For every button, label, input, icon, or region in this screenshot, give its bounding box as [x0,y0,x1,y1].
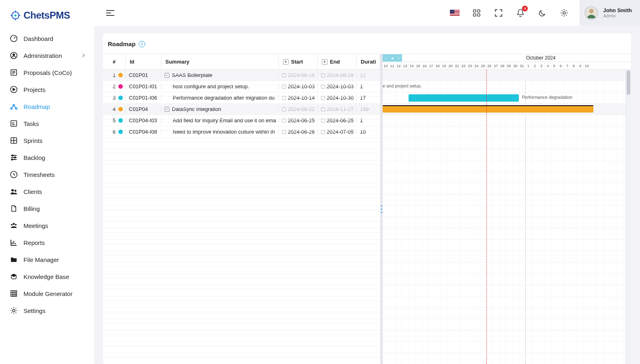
roadmap-card: Roadmap i # Id Summary + Start [103,33,631,364]
sidebar-item-tasks[interactable]: Tasks [3,115,91,132]
gantt-day[interactable]: 2 [532,62,538,70]
sidebar-item-roadmap[interactable]: Roadmap [3,98,91,115]
collapse-icon[interactable]: − [165,73,169,78]
gantt-day[interactable]: 22 [460,62,467,70]
notifications-icon[interactable]: 0 [514,6,527,19]
menu-toggle-icon[interactable] [104,6,117,19]
th-end[interactable]: + End [318,54,357,69]
gantt-bar[interactable] [383,105,593,113]
sidebar-item-label: Administration [24,52,62,59]
table-row[interactable]: 6C01P04-I08Need to improve innovation cu… [103,126,380,138]
th-summary[interactable]: Summary [161,54,279,69]
user-menu[interactable]: John Smith Admin [580,0,640,26]
table-row[interactable]: 3C01P01-I06Performance degradation after… [103,92,380,104]
gantt-row [383,240,631,251]
sidebar-item-clients[interactable]: Clients [3,183,91,200]
gantt-day[interactable]: 1 [525,62,532,70]
gantt-day[interactable]: 31 [519,62,525,70]
table-row[interactable]: 1C01P01−SAAS Boilerplate2024-06-182024-0… [103,70,380,81]
th-id[interactable]: Id [126,54,161,69]
gantt-row [383,206,631,217]
gantt-next-icon[interactable]: › [396,54,402,62]
svg-point-8 [13,104,15,106]
th-duration[interactable]: Durati [357,54,380,69]
fullscreen-icon[interactable] [492,6,505,19]
gantt-day[interactable]: 19 [441,62,447,70]
gantt-day[interactable]: 29 [506,62,512,70]
gantt-row [383,296,631,308]
gantt-day[interactable]: 21 [454,62,460,70]
sidebar-item-dashboard[interactable]: Dashboard [3,30,91,47]
gantt-day[interactable]: 8 [571,62,577,70]
gantt-day[interactable]: 18 [435,62,441,70]
sidebar-item-sprints[interactable]: Sprints [3,132,91,149]
gantt-day[interactable]: 27 [493,62,499,70]
chevron-right-icon [82,53,85,58]
gantt-day[interactable]: 12 [396,62,402,70]
gantt-day[interactable]: 17 [428,62,435,70]
gantt-day[interactable]: 23 [467,62,473,70]
gantt-day[interactable]: 24 [473,62,480,70]
calendar-icon [282,85,286,89]
sidebar-item-proposals-coco-[interactable]: Proposals (CoCo) [3,64,91,81]
gantt-today-icon[interactable]: ● [389,54,396,62]
gantt-day[interactable]: 13 [402,62,409,70]
calendar-icon [321,107,325,111]
gantt-day[interactable]: 3 [538,62,545,70]
sidebar-item-backlog[interactable]: Backlog [3,149,91,166]
gantt-day[interactable]: 30 [512,62,519,70]
gantt-day[interactable]: 5 [551,62,558,70]
roadmap-icon [10,102,18,111]
sidebar-item-meetings[interactable]: Meetings [3,217,91,234]
gantt-day[interactable]: 10 [383,62,389,70]
gantt-day[interactable]: 10 [584,62,590,70]
expand-end-icon[interactable]: + [322,59,327,65]
table-row[interactable]: 4C01P04−DataSync Integration2024-06-2220… [103,104,380,115]
sidebar-item-module-generator[interactable]: Module Generator [3,285,91,302]
table-row[interactable]: 5C01P04-I03Add field for Inquiry Email a… [103,115,380,126]
sidebar-item-administration[interactable]: Administration [3,47,91,64]
sidebar-item-label: Dashboard [24,35,53,42]
gantt-prev-icon[interactable]: ‹ [383,54,389,62]
gantt-day[interactable]: 20 [447,62,454,70]
brand-logo[interactable]: ChetsPMS [0,4,94,30]
gantt-scrollbar[interactable] [625,70,631,364]
th-start[interactable]: + Start [279,54,318,69]
sidebar-item-file-manager[interactable]: File Manager [3,251,91,268]
gantt-day[interactable]: 25 [480,62,486,70]
settings-icon[interactable] [558,6,571,19]
apps-icon[interactable] [470,6,483,19]
gantt-day[interactable]: 6 [558,62,564,70]
sidebar-item-settings[interactable]: Settings [3,302,91,319]
gantt-day[interactable]: 9 [577,62,584,70]
table-row[interactable]: 2C01P01-I01host configure and project se… [103,81,380,92]
sidebar-item-knowledge-base[interactable]: Knowledge Base [3,268,91,285]
sidebar-item-reports[interactable]: Reports [3,234,91,251]
gantt-day[interactable]: 28 [499,62,506,70]
gantt-day[interactable]: 15 [415,62,422,70]
expand-start-icon[interactable]: + [283,59,289,65]
table-header: # Id Summary + Start + End Durati [103,54,380,70]
sidebar-item-billing[interactable]: Billing [3,200,91,217]
gantt-nav: ‹ ● › [383,54,402,62]
user-circle-icon [10,51,18,60]
sliders-icon [10,153,18,162]
gantt-day[interactable]: 16 [422,62,428,70]
th-number[interactable]: # [103,54,126,69]
info-icon[interactable]: i [139,41,145,47]
gantt-day[interactable]: 7 [564,62,571,70]
gantt-day[interactable]: 4 [545,62,551,70]
proposal-icon [10,68,18,77]
language-flag[interactable] [448,6,461,19]
svg-point-19 [11,224,13,226]
gantt-day[interactable]: 26 [486,62,493,70]
dark-mode-icon[interactable] [536,6,549,19]
sidebar-item-projects[interactable]: Projects [3,81,91,98]
sidebar-item-timesheets[interactable]: Timesheets [3,166,91,183]
gantt-row [383,149,631,160]
collapse-icon[interactable]: − [165,107,169,112]
gantt-day[interactable]: 11 [389,62,396,70]
gantt-bar[interactable] [409,94,519,102]
gantt-day[interactable]: 14 [409,62,415,70]
gantt-body[interactable]: e and project setup.Performance degradat… [383,70,631,364]
